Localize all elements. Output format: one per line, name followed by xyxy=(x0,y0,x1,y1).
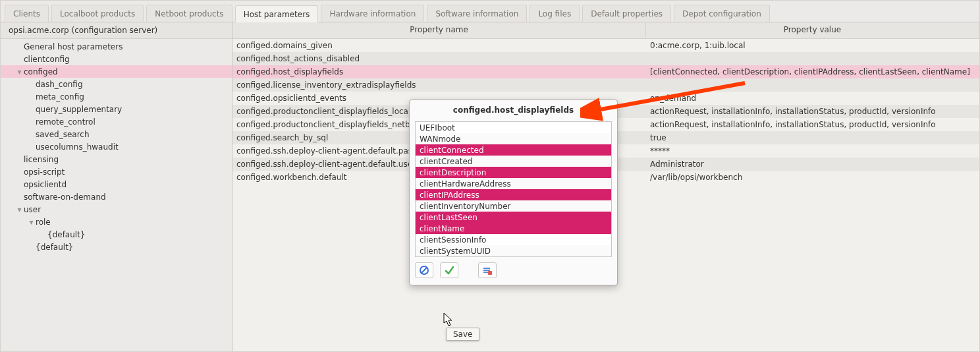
cancel-button[interactable] xyxy=(415,262,433,278)
property-value-cell xyxy=(646,78,979,92)
property-value-cell: Administrator xyxy=(646,158,979,171)
table-row[interactable]: configed.license_inventory_extradisplayf… xyxy=(232,78,979,92)
column-property-value[interactable]: Property value xyxy=(646,22,979,38)
property-value-cell: /var/lib/opsi/workbench xyxy=(646,171,979,184)
svg-rect-5 xyxy=(488,271,492,275)
popup-action-bar xyxy=(410,257,617,285)
tab-software-information[interactable]: Software information xyxy=(427,5,527,22)
popup-option-UEFIboot[interactable]: UEFIboot xyxy=(416,122,611,133)
property-name-cell: configed.domains_given xyxy=(232,39,646,52)
property-value-cell: [clientConnected, clientDescription, cli… xyxy=(646,65,979,78)
sidebar-item-dash-config[interactable]: dash_config xyxy=(1,78,232,90)
table-row[interactable]: configed.host_actions_disabled xyxy=(232,52,979,65)
sidebar-item-role[interactable]: ▾role xyxy=(1,216,232,228)
tree-item-label: {default} xyxy=(47,230,86,239)
popup-option-WANmode[interactable]: WANmode xyxy=(416,133,611,144)
tree-item-label: clientconfig xyxy=(24,55,70,64)
sidebar-item-software-on-demand[interactable]: software-on-demand xyxy=(1,191,232,203)
popup-option-clientSystemUUID[interactable]: clientSystemUUID xyxy=(416,245,611,256)
remove-list-icon xyxy=(482,265,493,276)
tooltip: Save xyxy=(446,328,479,341)
tree-item-label: licensing xyxy=(24,155,59,164)
popup-title: configed.host_displayfields xyxy=(410,100,617,121)
property-name-cell: configed.host_displayfields xyxy=(232,65,646,78)
tree-item-label: meta_config xyxy=(36,92,84,102)
svg-rect-3 xyxy=(483,270,490,271)
value-selection-popup: configed.host_displayfields UEFIbootWANm… xyxy=(409,100,618,285)
disclosure-triangle-icon[interactable]: ▾ xyxy=(28,218,34,227)
property-value-cell: 0:acme.corp, 1:uib.local xyxy=(646,39,979,52)
popup-option-clientLastSeen[interactable]: clientLastSeen xyxy=(416,212,611,223)
popup-option-clientCreated[interactable]: clientCreated xyxy=(416,156,611,167)
property-value-cell: actionRequest, installationInfo, install… xyxy=(646,118,979,131)
tree-item-label: remote_control xyxy=(36,117,95,127)
tab-log-files[interactable]: Log files xyxy=(530,5,580,22)
tree-item-label: General host parameters xyxy=(24,42,122,51)
tree-item-label: saved_search xyxy=(36,130,90,139)
tree-item-label: {default} xyxy=(36,243,74,252)
tab-netboot-products[interactable]: Netboot products xyxy=(146,5,232,22)
sidebar-item--default-[interactable]: {default} xyxy=(1,241,232,253)
tree-item-label: opsiclientd xyxy=(24,180,67,189)
tree-item-label: dash_config xyxy=(36,80,83,89)
popup-option-clientConnected[interactable]: clientConnected xyxy=(416,144,611,156)
svg-rect-2 xyxy=(483,268,490,269)
sidebar-item-clientconfig[interactable]: clientconfig xyxy=(1,53,232,65)
property-name-cell: configed.license_inventory_extradisplayf… xyxy=(232,78,646,92)
popup-option-clientInventoryNumber[interactable]: clientInventoryNumber xyxy=(416,200,611,212)
sidebar-header: opsi.acme.corp (configuration server) xyxy=(1,22,232,39)
popup-option-clientIPAddress[interactable]: clientIPAddress xyxy=(416,189,611,200)
sidebar-item-general-host-parameters[interactable]: General host parameters xyxy=(1,40,232,53)
svg-line-1 xyxy=(422,268,427,273)
tab-depot-configuration[interactable]: Depot configuration xyxy=(674,5,770,22)
sidebar-item-opsi-script[interactable]: opsi-script xyxy=(1,165,232,178)
tree-item-label: role xyxy=(36,218,51,227)
sidebar-item-configed[interactable]: ▾configed xyxy=(1,65,232,78)
property-value-cell: actionRequest, installationInfo, install… xyxy=(646,105,979,118)
tree-item-label: software-on-demand xyxy=(24,192,106,202)
tree-item-label: user xyxy=(24,205,41,214)
tab-host-parameters[interactable]: Host parameters xyxy=(235,5,319,22)
sidebar-tree: General host parametersclientconfig▾conf… xyxy=(1,39,232,352)
tree-item-label: opsi-script xyxy=(24,167,65,177)
popup-option-clientName[interactable]: clientName xyxy=(416,223,611,234)
popup-option-list: UEFIbootWANmodeclientConnectedclientCrea… xyxy=(415,121,612,257)
property-name-cell: configed.host_actions_disabled xyxy=(232,52,646,65)
property-value-cell: ***** xyxy=(646,144,979,158)
disclosure-triangle-icon[interactable]: ▾ xyxy=(16,67,22,76)
popup-option-clientDescription[interactable]: clientDescription xyxy=(416,167,611,178)
tab-hardware-information[interactable]: Hardware information xyxy=(321,5,424,22)
tab-clients[interactable]: Clients xyxy=(5,5,49,22)
property-value-cell xyxy=(646,52,979,65)
property-value-cell: on_demand xyxy=(646,92,979,105)
sidebar-item-saved-search[interactable]: saved_search xyxy=(1,128,232,140)
tree-item-label: configed xyxy=(24,67,58,76)
save-button[interactable] xyxy=(440,262,458,278)
column-property-name[interactable]: Property name xyxy=(232,22,646,38)
sidebar-item-meta-config[interactable]: meta_config xyxy=(1,90,232,103)
sidebar-item-usecolumns-hwaudit[interactable]: usecolumns_hwaudit xyxy=(1,140,232,153)
sidebar-item--default-[interactable]: {default} xyxy=(1,228,232,241)
disclosure-triangle-icon[interactable]: ▾ xyxy=(16,205,22,214)
sidebar-item-opsiclientd[interactable]: opsiclientd xyxy=(1,178,232,191)
table-row[interactable]: configed.domains_given0:acme.corp, 1:uib… xyxy=(232,39,979,52)
sidebar-item-remote-control[interactable]: remote_control xyxy=(1,115,232,128)
tab-localboot-products[interactable]: Localboot products xyxy=(51,5,144,22)
sidebar-item-user[interactable]: ▾user xyxy=(1,203,232,216)
sidebar-item-query-supplementary[interactable]: query_supplementary xyxy=(1,103,232,115)
prohibited-icon xyxy=(419,265,429,276)
table-header: Property name Property value xyxy=(232,22,979,39)
checkmark-icon xyxy=(444,265,454,276)
app-root: ClientsLocalboot productsNetboot product… xyxy=(0,0,980,352)
sidebar: opsi.acme.corp (configuration server) Ge… xyxy=(1,22,232,352)
tree-item-label: usecolumns_hwaudit xyxy=(36,142,119,152)
sidebar-item-licensing[interactable]: licensing xyxy=(1,153,232,165)
tab-default-properties[interactable]: Default properties xyxy=(582,5,671,22)
tab-bar: ClientsLocalboot productsNetboot product… xyxy=(1,1,979,22)
property-value-cell: true xyxy=(646,131,979,144)
table-row[interactable]: configed.host_displayfields[clientConnec… xyxy=(232,65,979,78)
tree-item-label: query_supplementary xyxy=(36,105,122,114)
popup-option-clientSessionInfo[interactable]: clientSessionInfo xyxy=(416,234,611,245)
remove-button[interactable] xyxy=(478,262,497,278)
popup-option-clientHardwareAddress[interactable]: clientHardwareAddress xyxy=(416,178,611,189)
